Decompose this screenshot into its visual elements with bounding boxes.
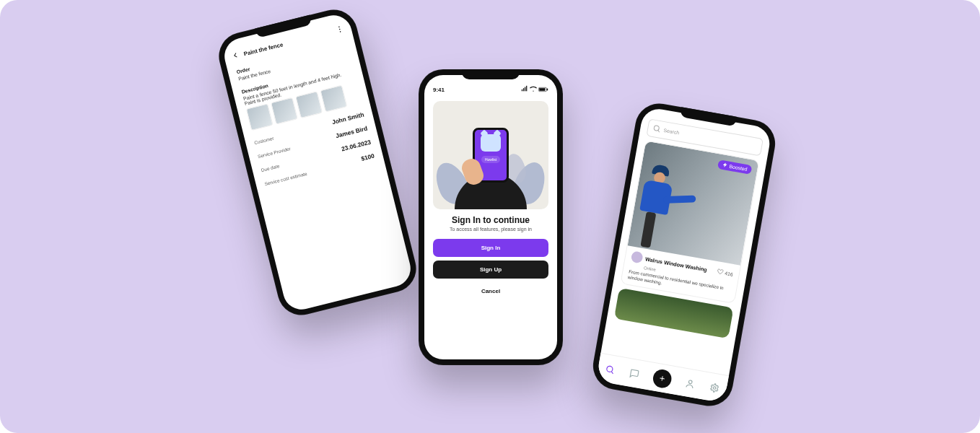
status-time: 9:41 bbox=[433, 87, 445, 93]
svg-rect-5 bbox=[525, 87, 525, 92]
thumbnail[interactable] bbox=[246, 103, 274, 131]
phone-signin: 9:41 Howlist Sign In to continue bbox=[419, 69, 563, 365]
search-placeholder: Search bbox=[663, 128, 680, 136]
showcase-stage: Paint the fence Order Paint the fence De… bbox=[0, 0, 980, 433]
thumbnail[interactable] bbox=[320, 85, 347, 113]
svg-rect-3 bbox=[521, 89, 522, 92]
heart-icon bbox=[717, 268, 724, 276]
signin-title: Sign In to continue bbox=[424, 215, 557, 225]
back-icon[interactable] bbox=[230, 50, 241, 61]
svg-point-12 bbox=[688, 380, 692, 383]
customer-label: Customer bbox=[254, 136, 274, 145]
due-label: Due date bbox=[261, 163, 280, 172]
nav-settings-icon[interactable] bbox=[708, 381, 721, 394]
cancel-button[interactable]: Cancel bbox=[433, 282, 548, 300]
phone-feed: Search Boosted bbox=[590, 100, 779, 410]
app-name-badge: Howlist bbox=[481, 156, 500, 163]
svg-rect-9 bbox=[547, 89, 548, 90]
nav-profile-icon[interactable] bbox=[683, 377, 696, 390]
svg-point-1 bbox=[339, 29, 341, 30]
signin-illustration: Howlist bbox=[433, 101, 548, 209]
svg-point-11 bbox=[607, 365, 613, 372]
svg-rect-8 bbox=[540, 88, 546, 90]
svg-point-10 bbox=[654, 126, 660, 131]
mascot-icon bbox=[481, 134, 501, 152]
phone-order-detail: Paint the fence Order Paint the fence De… bbox=[214, 4, 421, 320]
nav-search-icon[interactable] bbox=[604, 363, 617, 376]
likes-count[interactable]: 416 bbox=[717, 268, 734, 278]
feed-screen: Search Boosted bbox=[596, 106, 773, 403]
likes-value: 416 bbox=[725, 271, 733, 277]
svg-point-13 bbox=[713, 386, 716, 389]
svg-rect-6 bbox=[526, 86, 527, 92]
phone-notch bbox=[462, 69, 520, 79]
badge-text: Boosted bbox=[729, 164, 748, 172]
avatar bbox=[631, 250, 644, 263]
svg-point-2 bbox=[340, 31, 341, 32]
signin-button[interactable]: Sign In bbox=[433, 239, 548, 257]
svg-point-0 bbox=[338, 26, 340, 27]
order-screen: Paint the fence Order Paint the fence De… bbox=[221, 12, 414, 313]
svg-rect-4 bbox=[522, 88, 523, 91]
thumbnail[interactable] bbox=[271, 97, 298, 125]
status-indicators bbox=[521, 85, 548, 94]
search-icon bbox=[652, 123, 662, 134]
cost-label: Service cost estimate bbox=[264, 171, 307, 186]
signup-button[interactable]: Sign Up bbox=[433, 261, 548, 279]
signin-screen: 9:41 Howlist Sign In to continue bbox=[424, 75, 557, 359]
listing-card[interactable]: Boosted Walrus Window Washing bbox=[620, 140, 759, 304]
listing-hero: Boosted bbox=[628, 141, 759, 265]
bottom-nav: + bbox=[596, 353, 729, 403]
signin-subtitle: To access all features, please sign in bbox=[424, 227, 557, 232]
nav-add-button[interactable]: + bbox=[652, 368, 673, 390]
thumbnail[interactable] bbox=[295, 91, 323, 118]
nav-chat-icon[interactable] bbox=[628, 367, 641, 380]
listing-photo-subject bbox=[633, 163, 696, 255]
bolt-icon bbox=[722, 162, 728, 169]
boosted-badge: Boosted bbox=[717, 159, 752, 175]
cost-value: $100 bbox=[360, 152, 375, 162]
more-icon[interactable] bbox=[335, 24, 346, 35]
